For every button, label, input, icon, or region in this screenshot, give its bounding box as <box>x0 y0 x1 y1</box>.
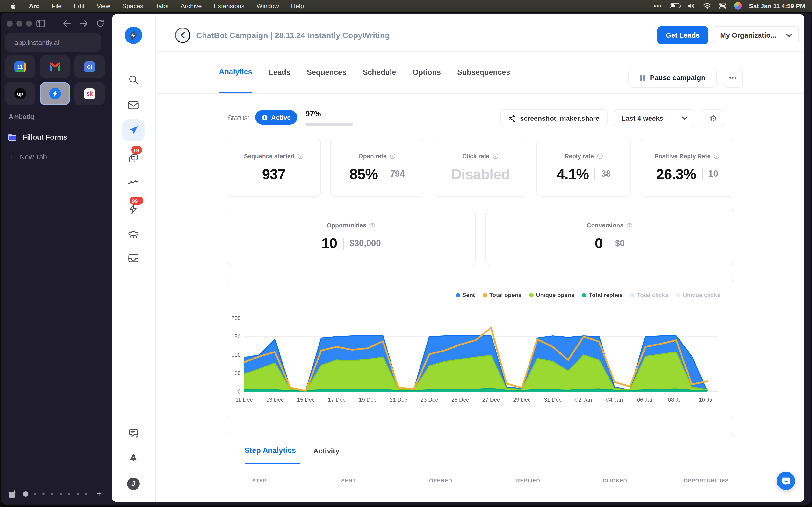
sidebar-toggle-icon[interactable] <box>36 19 45 27</box>
legend-unique-clicks[interactable]: Unique clicks <box>676 292 720 298</box>
svg-text:17 Dec: 17 Dec <box>328 397 346 403</box>
get-leads-button[interactable]: Get Leads <box>657 26 708 44</box>
menu-spaces[interactable]: Spaces <box>122 2 143 9</box>
copy-badge: 84 <box>132 146 142 154</box>
stat-card-sequence-started: Sequence started937 <box>227 138 321 196</box>
tab-sequences[interactable]: Sequences <box>307 52 346 93</box>
space-dot[interactable] <box>85 493 87 495</box>
tab-step-analytics[interactable]: Step Analytics <box>245 446 296 455</box>
menu-help[interactable]: Help <box>291 2 304 9</box>
stat-card-click-rate: Click rateDisabled <box>433 138 527 196</box>
menu-edit[interactable]: Edit <box>74 2 85 9</box>
apple-icon[interactable] <box>10 2 17 10</box>
space-dot[interactable] <box>42 493 45 495</box>
campaigns-tab-active[interactable] <box>122 119 145 142</box>
space-dot[interactable] <box>34 493 36 495</box>
intercom-chat-button[interactable] <box>777 472 795 490</box>
menu-archive[interactable]: Archive <box>181 2 202 9</box>
campaign-analytics-page: ChatBot Campaign | 28.11.24 Instantly Co… <box>156 14 804 502</box>
tab-options[interactable]: Options <box>412 52 441 93</box>
lightning-icon[interactable] <box>129 204 138 214</box>
tab-activity[interactable]: Activity <box>313 447 339 455</box>
tab-leads[interactable]: Leads <box>269 52 291 93</box>
search-icon[interactable] <box>128 74 139 85</box>
reload-icon[interactable] <box>96 19 104 27</box>
copy-icon[interactable] <box>128 153 139 163</box>
space-dot-active[interactable] <box>23 491 28 497</box>
menu-file[interactable]: File <box>51 2 62 9</box>
tile-ci[interactable]: CI <box>74 55 105 78</box>
stat-card-reply-rate: Reply rate4.1%38 <box>537 138 631 196</box>
instantly-logo[interactable] <box>125 26 142 44</box>
tab-schedule[interactable]: Schedule <box>363 52 396 93</box>
tile-upwork[interactable]: up <box>5 82 35 105</box>
progress-bar <box>305 123 353 125</box>
status-badge[interactable]: Active <box>255 110 297 125</box>
svg-text:27 Dec: 27 Dec <box>482 397 500 403</box>
menu-arc[interactable]: Arc <box>29 2 39 9</box>
back-button[interactable] <box>175 27 191 43</box>
address-bar[interactable]: app.instantly.ai <box>5 33 101 52</box>
volume-icon[interactable] <box>687 2 695 9</box>
pause-campaign-button[interactable]: Pause campaign <box>628 68 717 88</box>
divider <box>702 168 703 180</box>
space-name[interactable]: Ambotiq <box>9 113 34 120</box>
archive-icon[interactable] <box>8 490 17 499</box>
space-dot[interactable] <box>51 493 53 495</box>
svg-text:21 Dec: 21 Dec <box>390 397 407 403</box>
legend-total-replies[interactable]: Total replies <box>582 292 623 298</box>
tile-sk[interactable]: sk <box>74 82 105 105</box>
legend-unique-opens[interactable]: Unique opens <box>529 292 574 298</box>
tile-google-calendar[interactable]: 11 <box>5 55 35 78</box>
tile-instantly-active[interactable] <box>40 82 70 105</box>
space-dot[interactable] <box>60 493 62 495</box>
new-tab-button[interactable]: + New Tab <box>9 152 47 162</box>
back-icon[interactable] <box>63 20 71 27</box>
organization-dropdown[interactable]: My Organizatio... <box>713 26 799 44</box>
menu-tabs[interactable]: Tabs <box>155 2 169 9</box>
tab-analytics[interactable]: Analytics <box>219 52 252 93</box>
space-dot[interactable] <box>77 493 79 495</box>
tab-subsequences[interactable]: Subsequences <box>457 52 510 93</box>
tile-gmail[interactable] <box>40 55 70 78</box>
sidebar-item-fillout-forms[interactable]: Fillout Forms <box>8 131 67 143</box>
user-avatar[interactable]: J <box>127 477 140 490</box>
rocket-icon[interactable] <box>128 453 139 464</box>
mail-icon[interactable] <box>128 101 139 110</box>
more-status-icon[interactable]: ••• <box>654 3 662 9</box>
settings-button[interactable]: ⚙ <box>703 109 724 127</box>
space-dot[interactable] <box>68 493 70 495</box>
legend-total-clicks[interactable]: Total clicks <box>630 292 668 298</box>
stat-label: Click rate <box>462 153 499 160</box>
menu-clock[interactable]: Sat Jan 11 4:59 PM <box>749 2 805 9</box>
stat-value: 26.3%10 <box>656 166 718 182</box>
share-button[interactable]: screenshot_maker.share <box>500 109 608 127</box>
legend-dot <box>582 293 587 297</box>
inbox-icon[interactable] <box>128 253 139 263</box>
chat-bubble-icon <box>781 476 791 486</box>
date-range-dropdown[interactable]: Last 4 weeks <box>614 109 695 127</box>
minimize-window-button[interactable] <box>16 21 22 26</box>
menu-extensions[interactable]: Extensions <box>214 2 244 9</box>
stat-primary-value: 10 <box>321 235 337 251</box>
menu-view[interactable]: View <box>97 2 110 9</box>
profile-avatar-icon[interactable] <box>734 2 742 10</box>
add-space-icon[interactable]: + <box>96 489 101 499</box>
feedback-icon[interactable] <box>128 428 139 439</box>
close-window-button[interactable] <box>7 21 12 26</box>
active-tab-underline <box>245 463 300 464</box>
control-center-icon[interactable] <box>718 2 727 9</box>
svg-text:25 Dec: 25 Dec <box>451 397 469 403</box>
svg-text:08 Jan: 08 Jan <box>668 397 684 403</box>
forward-icon[interactable] <box>80 20 88 27</box>
svg-text:200: 200 <box>232 315 241 321</box>
legend-sent[interactable]: Sent <box>456 292 475 298</box>
zoom-window-button[interactable] <box>26 21 32 26</box>
legend-total-opens[interactable]: Total opens <box>483 292 521 298</box>
menu-window[interactable]: Window <box>257 2 279 9</box>
more-options-button[interactable]: ••• <box>723 68 743 88</box>
ufo-icon[interactable] <box>128 228 140 238</box>
svg-text:15 Dec: 15 Dec <box>297 397 315 403</box>
analytics-icon[interactable] <box>128 179 139 185</box>
wifi-icon[interactable] <box>703 2 711 9</box>
